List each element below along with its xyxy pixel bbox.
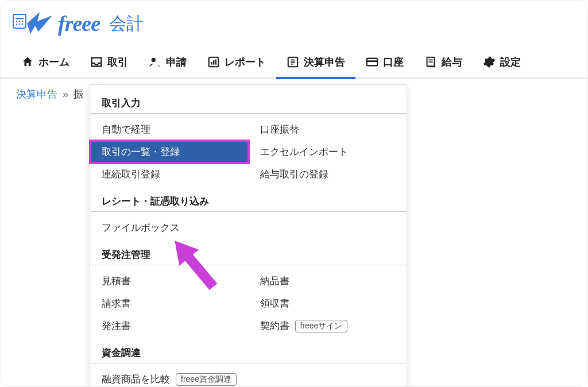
nav-closing[interactable]: 決算申告 [276, 46, 355, 78]
svg-marker-21 [165, 233, 223, 295]
logo[interactable]: freee 会計 [12, 11, 144, 36]
dropdown-item[interactable]: ファイルボックス [90, 216, 407, 239]
dropdown-item-label: 契約書 [260, 319, 289, 332]
dropdown-item-pill: freee資金調達 [176, 373, 237, 386]
dropdown-section-title: 資金調達 [90, 343, 407, 363]
dropdown-item-label: ファイルボックス [102, 221, 180, 234]
dropdown-item[interactable]: 請求書 [90, 292, 249, 315]
breadcrumb-current: 振 [74, 88, 84, 100]
dropdown-item-label: 取引の一覧・登録 [102, 145, 180, 158]
svg-rect-11 [213, 60, 214, 64]
dropdown-item-label: 見積書 [102, 274, 131, 288]
svg-point-3 [19, 21, 21, 22]
nav-label: レポート [225, 55, 266, 69]
dropdown-item-pill: freeeサイン [295, 320, 348, 332]
svg-point-7 [22, 24, 24, 25]
dropdown-item-label: 納品書 [260, 274, 289, 288]
dropdown-item[interactable]: 給与取引の登録 [249, 163, 407, 185]
bird-calculator-icon [12, 11, 53, 36]
svg-rect-12 [215, 59, 216, 64]
logo-suffix-text: 会計 [109, 12, 144, 36]
dropdown-item[interactable]: 口座振替 [249, 118, 407, 141]
dropdown-item[interactable]: 取引の一覧・登録 [90, 141, 249, 163]
card-icon [366, 56, 378, 68]
dropdown-item[interactable]: 発注書 [90, 315, 249, 337]
nav-label: 口座 [383, 55, 404, 69]
receipt-icon [424, 56, 437, 68]
svg-point-6 [19, 24, 21, 25]
nav-report[interactable]: レポート [197, 46, 276, 78]
dropdown-item[interactable]: 融資商品を比較freee資金調達 [90, 368, 407, 387]
dropdown-section-title: 受発注管理 [90, 245, 407, 265]
dropdown-section-title: 取引入力 [90, 93, 407, 114]
logo-bar: freee 会計 [1, 1, 587, 47]
dropdown-item-label: 発注書 [102, 319, 131, 332]
transactions-dropdown: 取引入力自動で経理口座振替取引の一覧・登録エクセルインポート連続取引登録給与取引… [90, 84, 407, 387]
svg-point-5 [16, 24, 18, 25]
nav-label: 取引 [107, 55, 128, 69]
svg-point-2 [16, 21, 18, 22]
bar-chart-icon [207, 56, 220, 68]
dropdown-item[interactable]: 連続取引登録 [90, 163, 249, 185]
dropdown-item[interactable]: 領収書 [249, 292, 407, 315]
home-icon [21, 56, 34, 68]
nav-label: 設定 [500, 55, 521, 69]
nav-application[interactable]: 申請 [138, 46, 197, 78]
dropdown-item-label: 請求書 [102, 297, 131, 310]
svg-rect-10 [211, 62, 212, 65]
breadcrumb-root[interactable]: 決算申告 [16, 88, 57, 100]
nav-home[interactable]: ホーム [11, 46, 80, 78]
nav-account[interactable]: 口座 [355, 46, 414, 78]
svg-point-8 [152, 58, 156, 62]
nav-label: 給与 [442, 55, 462, 69]
nav-payroll[interactable]: 給与 [414, 46, 473, 78]
nav-label: ホーム [38, 55, 69, 69]
nav-settings[interactable]: 設定 [473, 46, 531, 78]
dropdown-item[interactable]: エクセルインポート [249, 141, 407, 163]
dropdown-item-label: 融資商品を比較 [102, 373, 170, 386]
breadcrumb-sep: » [63, 88, 68, 100]
svg-point-4 [22, 21, 24, 22]
dropdown-item-label: 領収書 [260, 297, 289, 310]
dropdown-item[interactable]: 自動で経理 [90, 118, 249, 141]
dropdown-item-label: 口座振替 [260, 123, 299, 136]
gear-icon [483, 56, 496, 68]
dropdown-item-label: 自動で経理 [102, 123, 150, 136]
nav-label: 決算申告 [304, 55, 345, 69]
main-nav: ホーム 取引 申請 レポート 決算申告 口座 給与 設定 [1, 47, 587, 79]
dropdown-item-label: 給与取引の登録 [260, 168, 328, 181]
dropdown-section-title: レシート・証憑取り込み [90, 191, 407, 212]
person-edit-icon [149, 56, 161, 68]
dropdown-item-label: エクセルインポート [260, 145, 348, 158]
svg-rect-18 [367, 60, 377, 62]
doc-lines-icon [287, 56, 299, 68]
logo-brand-text: freee [58, 11, 100, 36]
dropdown-item-label: 連続取引登録 [102, 168, 160, 181]
dropdown-item[interactable]: 契約書freeeサイン [249, 315, 407, 337]
nav-transactions[interactable]: 取引 [80, 46, 138, 78]
tray-icon [90, 56, 103, 68]
nav-label: 申請 [166, 55, 187, 69]
dropdown-item[interactable]: 納品書 [249, 270, 407, 292]
